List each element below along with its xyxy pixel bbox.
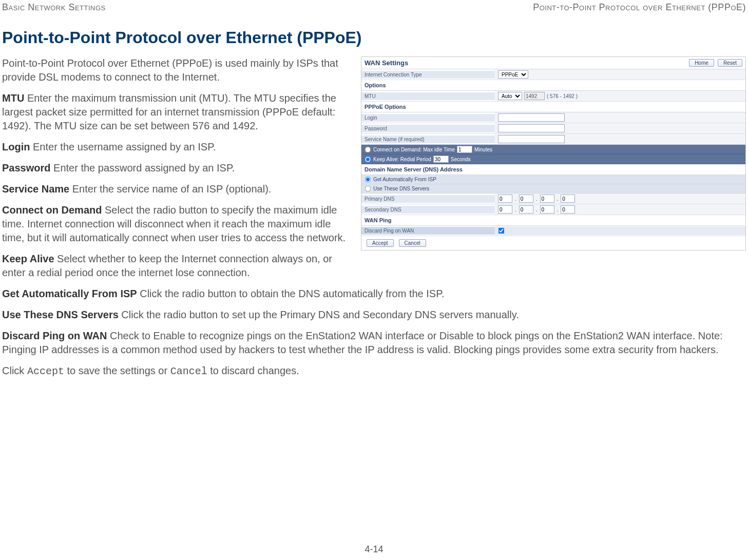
reset-button[interactable]: Reset bbox=[718, 59, 742, 67]
dns-heading: Domain Name Server (DNS) Address bbox=[361, 164, 745, 175]
keep-alive-radio[interactable] bbox=[365, 156, 371, 162]
sdns-o4[interactable] bbox=[561, 205, 575, 214]
pppoe-heading: PPPoE Options bbox=[361, 102, 745, 112]
use-dns-paragraph: Use These DNS Servers Click the radio bu… bbox=[2, 308, 746, 322]
closing-paragraph: Click Accept to save the settings or Can… bbox=[2, 364, 746, 378]
login-input[interactable] bbox=[498, 113, 565, 122]
ka-unit: Seconds bbox=[451, 157, 471, 162]
dns-auto-label: Get Automatically From ISP bbox=[373, 177, 436, 182]
pdns-o4[interactable] bbox=[561, 195, 575, 203]
login-label: Login bbox=[361, 114, 495, 122]
discard-ping-label: Discard Ping on WAN bbox=[361, 227, 495, 235]
mtu-mode-select[interactable]: Auto bbox=[498, 92, 522, 100]
ict-select[interactable]: PPPoE bbox=[498, 70, 528, 79]
password-label: Password bbox=[361, 125, 495, 132]
password-input[interactable] bbox=[498, 124, 565, 132]
mtu-label: MTU bbox=[361, 92, 495, 100]
home-button[interactable]: Home bbox=[689, 59, 714, 67]
cod-unit: Minutes bbox=[474, 147, 492, 152]
sdns-o2[interactable] bbox=[519, 205, 533, 214]
dns-manual-radio[interactable] bbox=[365, 186, 371, 192]
pdns-o3[interactable] bbox=[540, 195, 554, 203]
header-left: Basic Network Settings bbox=[2, 2, 106, 13]
dns-manual-label: Use These DNS Servers bbox=[373, 186, 429, 191]
service-name-label: Service Name (if required) bbox=[361, 136, 495, 143]
primary-dns-label: Primary DNS bbox=[361, 195, 495, 203]
get-auto-paragraph: Get Automatically From ISP Click the rad… bbox=[2, 287, 746, 301]
options-heading: Options bbox=[361, 80, 745, 91]
dns-auto-radio[interactable] bbox=[365, 177, 371, 183]
secondary-dns-label: Secondary DNS bbox=[361, 206, 495, 214]
cancel-button[interactable]: Cancel bbox=[399, 239, 426, 247]
service-name-input[interactable] bbox=[498, 135, 565, 143]
mtu-value-input[interactable] bbox=[524, 92, 545, 100]
ka-value-input[interactable] bbox=[433, 156, 449, 163]
page-title: Point-to-Point Protocol over Ethernet (P… bbox=[2, 13, 746, 56]
ka-label: Keep Alive: Redial Period bbox=[373, 157, 431, 162]
page-number: 4-14 bbox=[0, 544, 748, 555]
cod-label: Connect on Demand: Max idle Time bbox=[373, 147, 455, 152]
wan-title: WAN Settings bbox=[365, 59, 408, 67]
pdns-o1[interactable] bbox=[498, 195, 512, 203]
sdns-o1[interactable] bbox=[498, 205, 512, 214]
header-right: Point-to-Point Protocol over Ethernet (P… bbox=[533, 2, 746, 13]
accept-button[interactable]: Accept bbox=[367, 239, 394, 247]
keep-alive-paragraph: Keep Alive Select whether to keep the In… bbox=[2, 252, 746, 280]
sdns-o3[interactable] bbox=[540, 205, 554, 214]
cod-value-input[interactable] bbox=[457, 146, 472, 153]
pdns-o2[interactable] bbox=[519, 195, 533, 203]
discard-ping-checkbox[interactable] bbox=[498, 228, 505, 234]
connect-on-demand-radio[interactable] bbox=[365, 146, 371, 152]
mtu-range: ( 576 - 1492 ) bbox=[547, 93, 578, 99]
wan-ping-heading: WAN Ping bbox=[361, 215, 745, 226]
discard-ping-paragraph: Discard Ping on WAN Check to Enable to r… bbox=[2, 329, 746, 357]
wan-settings-screenshot: WAN Settings Home Reset Internet Connect… bbox=[361, 56, 746, 250]
ict-label: Internet Connection Type bbox=[361, 71, 495, 79]
